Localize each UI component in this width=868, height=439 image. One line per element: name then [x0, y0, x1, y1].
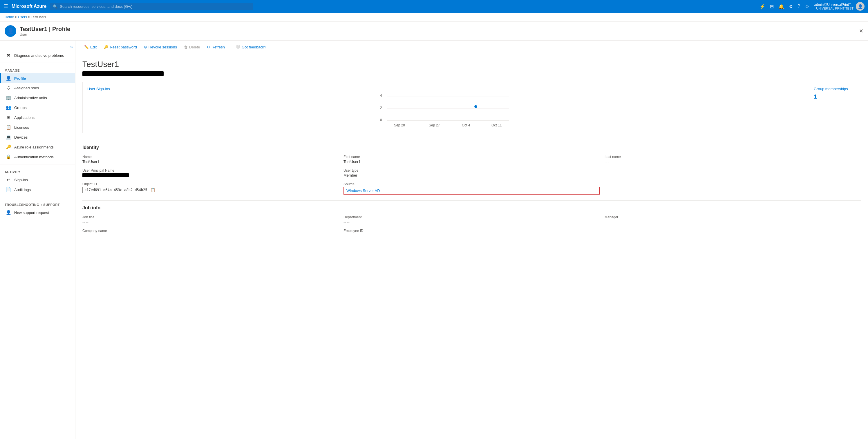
cards-row: User Sign-ins 4 2 0 Sep 20: [83, 82, 861, 133]
profile-icon: 👤: [5, 76, 11, 81]
identity-section-title: Identity: [83, 140, 861, 150]
sidebar-item-diagnose[interactable]: ✖ Diagnose and solve problems: [0, 51, 75, 60]
administrative-units-icon: 🏢: [5, 95, 11, 100]
settings-icon[interactable]: ⚙: [789, 4, 793, 9]
page-title: TestUser1 | Profile: [20, 26, 70, 32]
breadcrumb: Home > Users > TestUser1: [0, 13, 868, 22]
applications-icon: ⊞: [5, 115, 11, 120]
collapse-button[interactable]: «: [0, 43, 75, 51]
page-header: 👤 TestUser1 | Profile User ✕: [0, 22, 868, 40]
user-heading: TestUser1: [83, 60, 861, 69]
field-object-id: Object ID 📋: [83, 182, 339, 194]
field-manager: Manager: [604, 215, 861, 224]
sidebar-item-profile-label: Profile: [14, 76, 26, 81]
sidebar-item-assigned-roles-label: Assigned roles: [14, 86, 39, 90]
reset-password-button[interactable]: 🔑 Reset password: [101, 43, 140, 51]
reset-password-icon: 🔑: [103, 45, 108, 49]
assigned-roles-icon: 🛡: [5, 86, 11, 91]
copy-icon[interactable]: 📋: [150, 188, 155, 192]
breadcrumb-current: TestUser1: [31, 15, 47, 19]
search-input[interactable]: [60, 4, 250, 9]
sidebar-item-licenses[interactable]: 📋 Licenses: [0, 122, 75, 132]
refresh-icon: ↻: [207, 45, 210, 49]
source-label: Source: [343, 182, 600, 186]
hamburger-menu[interactable]: ☰: [3, 3, 8, 9]
svg-point-10: [474, 105, 477, 108]
feedback-heart-icon: 🤍: [236, 45, 240, 49]
upn-value-redacted: [83, 173, 129, 177]
sidebar-item-profile[interactable]: 👤 Profile: [0, 73, 75, 83]
svg-text:4: 4: [380, 94, 382, 98]
user-info[interactable]: admin@UniversalPrintT... Universal Print…: [814, 2, 865, 11]
field-department: Department -- --: [343, 215, 600, 224]
object-id-label: Object ID: [83, 182, 339, 186]
source-value[interactable]: Windows Server AD: [346, 188, 380, 193]
sidebar-item-devices-label: Devices: [14, 135, 28, 139]
breadcrumb-users[interactable]: Users: [18, 15, 27, 19]
page-title-block: TestUser1 | Profile User: [20, 26, 70, 36]
group-memberships-count[interactable]: 1: [814, 93, 856, 100]
notifications-icon[interactable]: 🔔: [778, 4, 784, 9]
azure-role-assignments-icon: 🔑: [5, 145, 11, 150]
refresh-button[interactable]: ↻ Refresh: [204, 43, 228, 51]
close-button[interactable]: ✕: [859, 28, 863, 34]
help-icon[interactable]: ?: [798, 4, 800, 9]
svg-text:2: 2: [380, 106, 382, 110]
object-id-field[interactable]: [83, 187, 149, 193]
sidebar-item-diagnose-label: Diagnose and solve problems: [14, 53, 64, 58]
search-bar[interactable]: 🔍: [50, 3, 253, 10]
sidebar-manage-section: Manage: [0, 65, 75, 73]
employee-id-label: Employee ID: [343, 229, 600, 233]
sign-in-card-title[interactable]: User Sign-ins: [87, 87, 798, 91]
groups-icon: 👥: [5, 105, 11, 110]
job-info-fields-grid: Job title -- -- Department -- -- Manager…: [83, 215, 861, 238]
field-job-title: Job title -- --: [83, 215, 339, 224]
object-id-input: 📋: [83, 187, 339, 193]
edit-button[interactable]: ✏️ Edit: [81, 43, 99, 51]
job-info-section-title: Job info: [83, 200, 861, 211]
portal-settings-icon[interactable]: ⊞: [770, 4, 774, 9]
got-feedback-button[interactable]: 🤍 Got feedback?: [232, 43, 269, 51]
sidebar-item-groups[interactable]: 👥 Groups: [0, 103, 75, 113]
sidebar-item-new-support-request[interactable]: 👤 New support request: [0, 208, 75, 217]
name-value: TestUser1: [83, 159, 339, 164]
sidebar-item-azure-role-assignments[interactable]: 🔑 Azure role assignments: [0, 142, 75, 152]
field-company-name: Company name -- --: [83, 229, 339, 238]
avatar[interactable]: 👤: [856, 2, 865, 11]
sidebar-troubleshooting-section: Troubleshooting + Support: [0, 199, 75, 208]
first-name-value: TestUser1: [343, 159, 600, 164]
user-icon-large: 👤: [5, 25, 16, 37]
svg-text:Sep 27: Sep 27: [429, 123, 440, 127]
user-type-value: Member: [343, 173, 600, 178]
sidebar-item-audit-logs[interactable]: 📄 Audit logs: [0, 185, 75, 194]
feedback-icon[interactable]: ☺: [805, 4, 809, 9]
redacted-upn-bar: [83, 71, 164, 76]
field-upn: User Principal Name: [83, 168, 339, 178]
last-name-label: Last name: [604, 155, 861, 159]
layout: « ✖ Diagnose and solve problems Manage 👤…: [0, 40, 868, 439]
name-label: Name: [83, 155, 339, 159]
page-subtitle: User: [20, 32, 70, 36]
sidebar-item-assigned-roles[interactable]: 🛡 Assigned roles: [0, 83, 75, 93]
field-user-type: User type Member: [343, 168, 600, 178]
breadcrumb-home[interactable]: Home: [5, 15, 14, 19]
company-name-value: -- --: [83, 233, 339, 238]
toolbar-divider: [230, 44, 230, 50]
department-value: -- --: [343, 220, 600, 224]
sidebar-item-administrative-units[interactable]: 🏢 Administrative units: [0, 93, 75, 103]
revoke-sessions-icon: ⊘: [144, 45, 147, 49]
identity-fields-grid: Name TestUser1 First name TestUser1 Last…: [83, 155, 861, 194]
delete-button[interactable]: 🗑 Delete: [181, 43, 203, 51]
revoke-sessions-button[interactable]: ⊘ Revoke sessions: [141, 43, 180, 51]
last-name-value: -- --: [604, 159, 861, 164]
sidebar-item-licenses-label: Licenses: [14, 125, 29, 130]
sidebar-item-devices[interactable]: 💻 Devices: [0, 132, 75, 142]
sign-in-chart: 4 2 0 Sep 20 Sep 27 Oct 4 Oct 11: [87, 93, 798, 128]
cloud-shell-icon[interactable]: ⚡: [760, 4, 765, 9]
sidebar-item-applications[interactable]: ⊞ Applications: [0, 113, 75, 122]
sidebar-item-sign-ins[interactable]: ↩ Sign-ins: [0, 175, 75, 185]
search-icon: 🔍: [53, 4, 57, 9]
sidebar-item-authentication-methods[interactable]: 🔒 Authentication methods: [0, 152, 75, 162]
svg-text:Oct 11: Oct 11: [491, 123, 502, 127]
field-first-name: First name TestUser1: [343, 155, 600, 164]
